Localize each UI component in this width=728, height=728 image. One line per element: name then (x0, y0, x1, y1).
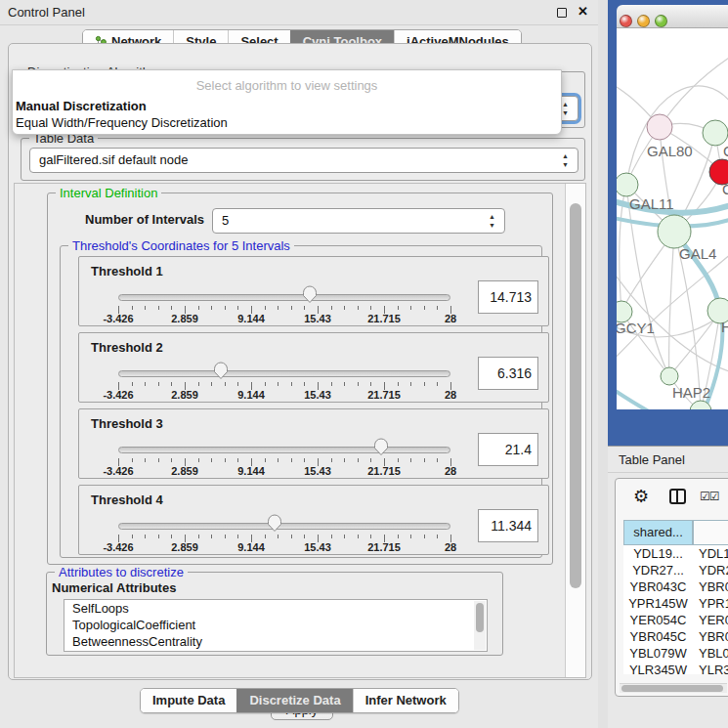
threshold-label: Threshold 4 (91, 492, 163, 507)
tick-mark (265, 382, 266, 386)
algorithm-dropdown-popup: Select algorithm to view settings Manual… (12, 69, 562, 135)
network-node[interactable] (617, 173, 638, 196)
network-node[interactable] (658, 215, 691, 248)
table-row[interactable]: YPR145WYPR1 (623, 595, 728, 612)
tick-mark (370, 458, 371, 462)
cell-shared-name: YLR345W (623, 662, 693, 674)
columns-icon[interactable] (669, 489, 686, 504)
tick-mark (331, 382, 332, 386)
slider-track[interactable] (118, 294, 450, 301)
slider-handle[interactable] (267, 514, 282, 533)
tab-infer-network[interactable]: Infer Network (353, 689, 458, 712)
tick-mark (410, 535, 411, 538)
tick-mark (198, 458, 199, 462)
scale-label: 28 (445, 389, 456, 401)
tick-mark (344, 382, 345, 386)
close-icon[interactable]: ✕ (578, 4, 588, 19)
scrollbar-thumb[interactable] (476, 603, 484, 632)
panel-title: Control Panel (8, 5, 85, 20)
network-window-titlebar (617, 5, 728, 28)
number-of-intervals-value: 5 (222, 213, 229, 228)
number-of-intervals-combobox[interactable]: 5 ▲▼ (212, 208, 505, 234)
tab-label: Discretize Data (249, 693, 340, 707)
table-panel-header: Table Panel (608, 446, 728, 473)
network-canvas[interactable]: GAL80GACGAL11GAL4GCY1HHAP2 (617, 28, 728, 409)
tick-mark (278, 382, 278, 386)
select-columns-checkboxes-icon[interactable]: ☑☑ (700, 490, 719, 503)
attribute-item[interactable]: TopologicalCoefficient (64, 617, 487, 633)
threshold-value-field[interactable]: 11.344 (478, 509, 538, 542)
threshold-value-field[interactable]: 21.4 (478, 433, 538, 466)
table-row[interactable]: YBL079WYBL0 (623, 645, 728, 662)
table-data-combobox[interactable]: galFiltered.sif default node ▲▼ (29, 148, 578, 173)
scale-label: 28 (445, 313, 456, 324)
table-horizontal-scrollbar[interactable] (620, 683, 727, 693)
tick-mark (158, 382, 159, 386)
cell-name: YDL1 (693, 545, 728, 562)
slider-handle[interactable] (213, 362, 229, 380)
threshold-label: Threshold 3 (91, 416, 163, 431)
cell-name: YPR1 (693, 595, 728, 612)
slider-track[interactable] (118, 447, 450, 453)
table-rows[interactable]: YDL19...YDL1YDR27...YDR2YBR043CYBR0YPR14… (623, 545, 728, 674)
tick-mark (398, 382, 399, 386)
slider-handle[interactable] (373, 438, 389, 456)
scale-row: -3.4262.8599.14415.4321.71528 (118, 389, 450, 401)
tick-mark (278, 306, 278, 310)
scrollbar-thumb[interactable] (570, 203, 581, 588)
popup-option-manual[interactable]: Manual Discretization (16, 99, 147, 113)
table-row[interactable]: YDL19...YDL1 (623, 545, 728, 562)
network-edge-thick (617, 388, 662, 409)
split-pane-divider[interactable] (598, 0, 608, 728)
scale-label: 28 (445, 541, 456, 553)
attribute-item[interactable]: SelfLoops (64, 600, 487, 617)
network-node[interactable] (647, 114, 672, 140)
cell-shared-name: YER054C (623, 612, 693, 628)
scale-label: 2.859 (171, 313, 198, 324)
close-traffic-light-icon[interactable] (620, 15, 632, 27)
scrollbar-thumb[interactable] (621, 685, 723, 692)
table-row[interactable]: YBR045CYBR0 (623, 628, 728, 645)
attributes-group: Attributes to discretize Numerical Attri… (46, 572, 503, 656)
table-row[interactable]: YLR345WYLR3 (623, 662, 728, 674)
combo-stepper-icon: ▲▼ (487, 212, 497, 230)
slider-track[interactable] (118, 370, 450, 377)
settings-scrollbar[interactable] (565, 184, 585, 677)
numerical-attributes-list[interactable]: SelfLoopsTopologicalCoefficientBetweenne… (64, 599, 488, 652)
table-row[interactable]: YDR27...YDR2 (623, 562, 728, 578)
cell-name: YBL0 (693, 645, 728, 662)
list-scrollbar[interactable] (474, 601, 486, 650)
tick-mark (370, 535, 371, 538)
tab-impute-data[interactable]: Impute Data (141, 689, 236, 712)
attribute-item[interactable]: BetweennessCentrality (64, 633, 487, 650)
scale-row: -3.4262.8599.14415.4321.71528 (118, 541, 450, 553)
table-row[interactable]: YER054CYER0 (623, 612, 728, 628)
cell-name: YBR0 (693, 578, 728, 595)
scale-label: -3.426 (103, 313, 133, 324)
popup-option-equal-width[interactable]: Equal Width/Frequency Discretization (16, 115, 228, 130)
column-header-2[interactable]: n (693, 520, 728, 545)
node-label: GAL80 (647, 143, 693, 159)
threshold-value-field[interactable]: 6.316 (478, 357, 538, 390)
control-panel-titlebar: Control Panel ✕ (0, 0, 598, 25)
scale-label: 15.43 (304, 465, 331, 477)
tick-mark (437, 535, 438, 538)
float-window-icon[interactable] (557, 8, 567, 18)
column-header-1[interactable]: shared... (623, 520, 693, 545)
table-row[interactable]: YBR043CYBR0 (623, 578, 728, 595)
slider-handle[interactable] (302, 285, 318, 304)
number-of-intervals-label: Number of Intervals (85, 212, 204, 227)
zoom-traffic-light-icon[interactable] (655, 15, 667, 27)
gear-icon[interactable]: ⚙ (633, 486, 649, 507)
attributes-group-title: Attributes to discretize (55, 565, 188, 579)
tick-mark (211, 306, 212, 310)
minimize-traffic-light-icon[interactable] (637, 15, 650, 27)
threshold-value-field[interactable]: 14.713 (478, 280, 538, 314)
tab-discretize-data[interactable]: Discretize Data (236, 689, 352, 712)
slider-track[interactable] (118, 523, 450, 530)
cell-shared-name: YDL19... (623, 545, 693, 562)
network-node[interactable] (661, 367, 678, 385)
scale-label: 15.43 (304, 541, 331, 553)
scale-label: -3.426 (103, 465, 133, 477)
tick-mark (424, 535, 425, 538)
